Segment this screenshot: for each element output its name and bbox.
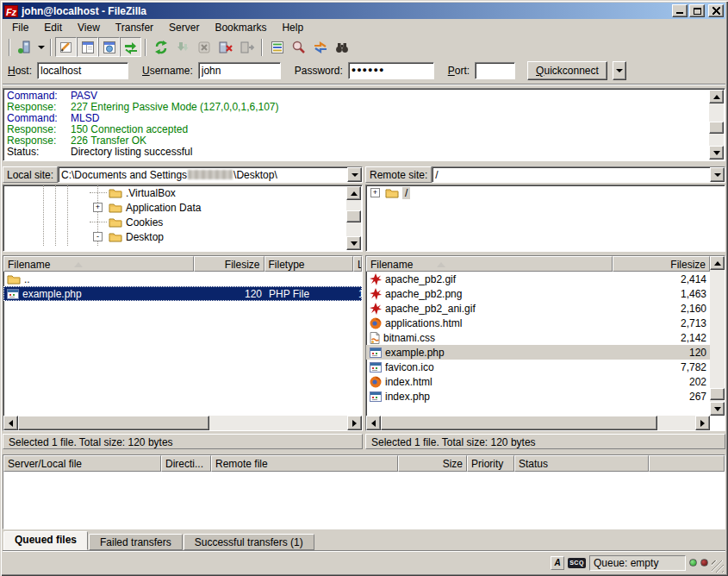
- remote-vertical-scrollbar[interactable]: [710, 256, 725, 416]
- resize-grip[interactable]: [712, 560, 724, 573]
- scroll-track[interactable]: [381, 416, 695, 430]
- menu-view[interactable]: View: [70, 20, 108, 35]
- local-path-dropdown-button[interactable]: [347, 167, 362, 182]
- password-input[interactable]: ●●●●●●: [348, 62, 434, 79]
- local-horizontal-scrollbar[interactable]: [3, 416, 362, 430]
- cancel-operation-button[interactable]: [193, 37, 215, 57]
- menu-edit[interactable]: Edit: [36, 20, 70, 35]
- scroll-left-button[interactable]: [366, 416, 381, 430]
- quickconnect-button[interactable]: Quickconnect: [527, 61, 607, 80]
- speed-limits-icon[interactable]: SCQ: [568, 558, 586, 568]
- tree-item-desktop[interactable]: - Desktop: [3, 229, 362, 244]
- column-header-filename[interactable]: Filename: [366, 256, 613, 272]
- scroll-right-button[interactable]: [347, 416, 362, 430]
- disconnect-button[interactable]: [215, 37, 236, 57]
- column-header-filetype[interactable]: Filetype: [264, 256, 354, 272]
- queue-body[interactable]: [3, 472, 725, 529]
- column-header-filename[interactable]: Filename: [3, 256, 194, 272]
- scroll-up-button[interactable]: [709, 90, 724, 103]
- scroll-down-button[interactable]: [346, 236, 361, 250]
- scroll-right-button[interactable]: [695, 416, 710, 430]
- scroll-thumb[interactable]: [346, 210, 361, 222]
- queue-status-panel: Queue: empty: [589, 555, 686, 571]
- log-vertical-scrollbar[interactable]: [709, 90, 724, 160]
- maximize-button[interactable]: [689, 4, 705, 17]
- tab-successful-transfers[interactable]: Successful transfers (1): [184, 534, 314, 550]
- remote-path-dropdown-button[interactable]: [710, 167, 725, 182]
- reconnect-button[interactable]: [236, 37, 258, 57]
- file-row[interactable]: favicon.ico 7,782: [366, 360, 710, 374]
- file-row[interactable]: apache_pb2.gif 2,414: [366, 272, 710, 286]
- scroll-down-button[interactable]: [710, 402, 725, 416]
- local-path-combobox[interactable]: C:\Documents and Settings\Desktop\: [58, 166, 363, 183]
- scroll-down-button[interactable]: [709, 146, 724, 160]
- tree-item-application-data[interactable]: + Application Data: [3, 200, 362, 215]
- data-type-ascii-icon[interactable]: A: [551, 556, 564, 570]
- host-input[interactable]: [37, 62, 128, 79]
- column-header-direction[interactable]: Directi...: [161, 455, 211, 472]
- directory-filters-button[interactable]: [266, 37, 288, 57]
- menu-transfer[interactable]: Transfer: [108, 20, 161, 35]
- scroll-thumb[interactable]: [709, 122, 724, 134]
- file-row[interactable]: bitnami.css 2,142: [366, 330, 710, 345]
- host-label: Host:: [8, 65, 32, 77]
- file-row[interactable]: index.html 202: [366, 374, 710, 389]
- tree-collapse-icon[interactable]: -: [93, 232, 103, 241]
- tab-queued-files[interactable]: Queued files: [3, 531, 88, 550]
- toggle-local-tree-button[interactable]: [77, 37, 98, 57]
- remote-horizontal-scrollbar[interactable]: [366, 416, 710, 430]
- tree-item-root[interactable]: + /: [366, 185, 725, 200]
- site-manager-button[interactable]: [14, 37, 35, 57]
- tree-item-virtualbox[interactable]: .VirtualBox: [3, 185, 362, 200]
- close-button[interactable]: [708, 4, 724, 17]
- column-header-remote-file[interactable]: Remote file: [211, 455, 398, 472]
- file-row[interactable]: applications.html 2,713: [366, 316, 710, 330]
- menu-file[interactable]: File: [4, 20, 36, 35]
- minimize-button[interactable]: [672, 4, 688, 17]
- scroll-up-button[interactable]: [346, 186, 361, 200]
- column-header-size[interactable]: Size: [398, 455, 467, 472]
- scroll-thumb[interactable]: [18, 416, 209, 430]
- file-row-selected[interactable]: example.php 120: [366, 345, 710, 360]
- column-header-status[interactable]: Status: [514, 455, 649, 472]
- process-queue-button[interactable]: [171, 37, 193, 57]
- toggle-remote-tree-button[interactable]: [98, 37, 120, 57]
- directory-comparison-button[interactable]: [288, 37, 309, 57]
- scroll-thumb[interactable]: [710, 388, 725, 400]
- scroll-left-button[interactable]: [3, 416, 18, 430]
- column-header-server-local-file[interactable]: Server/Local file: [3, 455, 161, 472]
- toggle-message-log-button[interactable]: [55, 37, 77, 57]
- menu-server[interactable]: Server: [161, 20, 207, 35]
- column-header-priority[interactable]: Priority: [467, 455, 514, 472]
- php-file-icon: [370, 347, 382, 358]
- file-row[interactable]: apache_pb2_ani.gif 2,160: [366, 301, 710, 316]
- compare-icon: [291, 40, 307, 55]
- file-row[interactable]: index.php 267: [366, 389, 710, 404]
- site-manager-dropdown[interactable]: [35, 38, 47, 56]
- refresh-icon: [153, 40, 169, 55]
- remote-path-combobox[interactable]: /: [432, 166, 725, 183]
- find-files-button[interactable]: [331, 37, 352, 57]
- tree-expand-icon[interactable]: +: [370, 188, 380, 197]
- column-header-lastmodified[interactable]: L: [353, 256, 362, 272]
- username-input[interactable]: [198, 62, 281, 79]
- toggle-transfer-queue-button[interactable]: [120, 37, 141, 57]
- file-row[interactable]: apache_pb2.png 1,463: [366, 286, 710, 301]
- scroll-up-button[interactable]: [710, 256, 725, 270]
- column-header-filesize[interactable]: Filesize: [194, 256, 264, 272]
- file-row-parent-dir[interactable]: ..: [3, 272, 362, 286]
- column-header-filesize[interactable]: Filesize: [613, 256, 710, 272]
- synchronized-browsing-button[interactable]: [309, 37, 331, 57]
- local-tree-vertical-scrollbar[interactable]: [346, 186, 361, 250]
- tab-failed-transfers[interactable]: Failed transfers: [89, 534, 183, 550]
- tree-item-cookies[interactable]: Cookies: [3, 215, 362, 229]
- refresh-button[interactable]: [150, 37, 171, 57]
- tree-expand-icon[interactable]: +: [93, 203, 103, 212]
- menu-bookmarks[interactable]: Bookmarks: [207, 20, 274, 35]
- file-row-example-php[interactable]: example.php 120 PHP File 1: [3, 286, 362, 301]
- quickconnect-dropdown[interactable]: [613, 61, 626, 80]
- menu-help[interactable]: Help: [274, 20, 311, 35]
- scroll-track[interactable]: [18, 416, 347, 430]
- port-input[interactable]: [475, 62, 515, 79]
- scroll-thumb[interactable]: [381, 416, 657, 430]
